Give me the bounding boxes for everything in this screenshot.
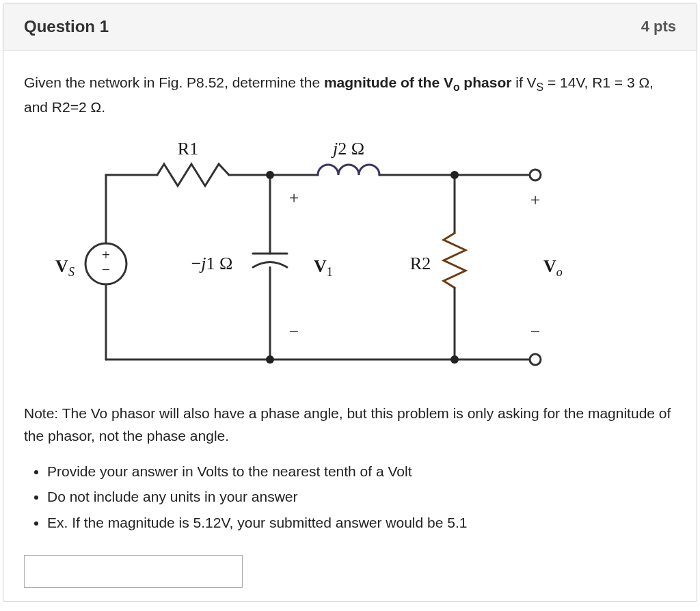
prompt-bold-post: phasor xyxy=(460,74,512,90)
question-body: Given the network in Fig. P8.52, determi… xyxy=(3,51,697,601)
vo-label: Vo xyxy=(543,256,563,279)
instructions-list: Provide your answer in Volts to the near… xyxy=(47,460,676,534)
inductor-label: j2 Ω xyxy=(331,139,364,159)
vs-label: VS xyxy=(55,256,75,279)
question-card: Question 1 4 pts Given the network in Fi… xyxy=(3,3,697,602)
vo-minus: − xyxy=(530,322,541,342)
circuit-diagram: + − R1 j2 Ω VS −j1 Ω + V1 − R2 + Vo − xyxy=(24,127,676,387)
v1-label: V1 xyxy=(314,256,333,279)
prompt-trail-pre: if V xyxy=(511,74,536,90)
v1-plus: + xyxy=(289,188,299,208)
v1-minus: − xyxy=(289,322,299,342)
list-item: Provide your answer in Volts to the near… xyxy=(47,460,676,483)
vo-plus: + xyxy=(530,190,541,210)
r2-label: R2 xyxy=(410,254,431,273)
svg-point-18 xyxy=(450,355,459,364)
svg-point-16 xyxy=(450,171,459,179)
prompt-trail-sub: S xyxy=(537,81,544,93)
svg-point-19 xyxy=(530,169,541,180)
note-text: Note: The Vo phasor will also have a pha… xyxy=(24,402,676,448)
prompt-bold-sub: o xyxy=(453,81,460,93)
prompt-lead: Given the network in Fig. P8.52, determi… xyxy=(24,74,324,90)
prompt-text: Given the network in Fig. P8.52, determi… xyxy=(24,71,676,119)
svg-point-15 xyxy=(266,171,274,179)
svg-point-17 xyxy=(266,355,274,364)
question-header: Question 1 4 pts xyxy=(3,3,697,51)
cap-label: −j1 Ω xyxy=(191,254,233,273)
source-minus: − xyxy=(102,261,110,278)
question-title: Question 1 xyxy=(24,17,109,36)
prompt-bold-pre: magnitude of the V xyxy=(324,74,453,90)
svg-point-20 xyxy=(530,354,541,365)
question-points: 4 pts xyxy=(641,18,676,36)
list-item: Do not include any units in your answer xyxy=(47,485,676,508)
r1-label: R1 xyxy=(178,139,198,159)
list-item: Ex. If the magnitude is 5.12V, your subm… xyxy=(47,511,676,534)
answer-input[interactable] xyxy=(24,555,243,588)
